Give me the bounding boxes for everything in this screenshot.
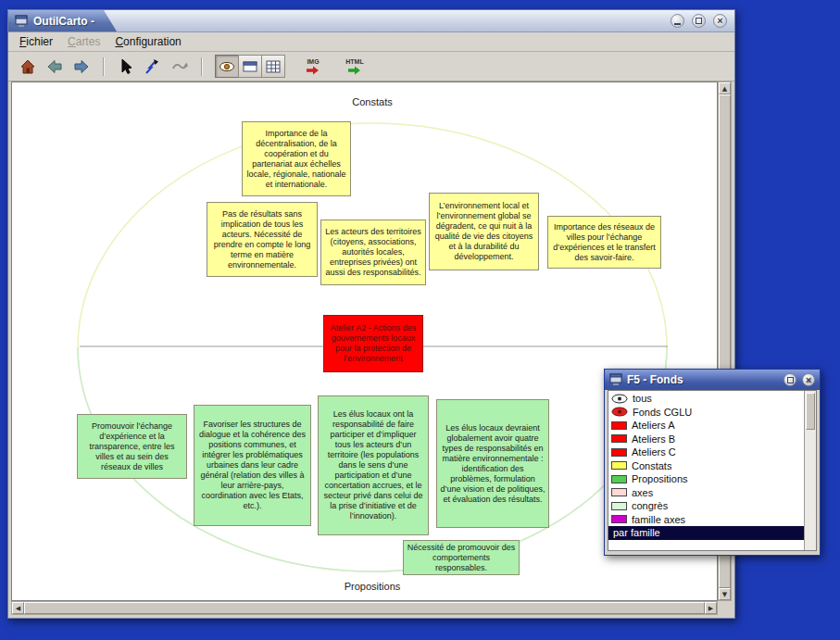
show-titles-toggle[interactable] xyxy=(238,55,262,78)
horizontal-scrollbar-thumb[interactable] xyxy=(24,602,705,614)
fonds-item-label: par famille xyxy=(613,527,660,538)
horizontal-scrollbar[interactable]: ◀ ▶ xyxy=(11,601,718,615)
main-titlebar[interactable]: OutilCarto - × xyxy=(8,10,734,32)
fonds-list: tous Fonds CGLU Ateliers A Ateliers B At… xyxy=(608,390,817,551)
fonds-item-label: Ateliers C xyxy=(632,446,676,458)
toolbar-separator xyxy=(201,57,203,76)
eye-icon-red xyxy=(611,407,628,417)
fonds-item-propositions[interactable]: Propositions xyxy=(608,472,804,486)
eye-icon xyxy=(611,394,628,404)
color-swatch xyxy=(611,475,627,483)
fonds-item-label: Constats xyxy=(632,460,671,471)
fonds-titlebar[interactable]: F5 - Fonds × xyxy=(605,370,820,390)
cursor-icon xyxy=(117,57,135,76)
view-toggle-group xyxy=(216,55,285,78)
link-tool-button[interactable] xyxy=(141,55,165,79)
fonds-shade-button[interactable] xyxy=(784,373,796,386)
home-button[interactable] xyxy=(16,55,40,79)
fonds-item-ateliers-a[interactable]: Ateliers A xyxy=(608,419,804,433)
fonds-scrollbar-thumb[interactable] xyxy=(806,393,815,430)
menu-bar: Fichier Cartes Configuration xyxy=(8,32,734,52)
close-icon: × xyxy=(806,375,811,385)
fonds-item-tous[interactable]: tous xyxy=(608,392,804,406)
proposition-note[interactable]: Nécessité de promouvoir des comportement… xyxy=(403,540,520,575)
color-swatch xyxy=(611,502,627,510)
fonds-item-label: tous xyxy=(633,393,652,404)
constat-note[interactable]: L’environnement local et l’environnement… xyxy=(429,193,539,270)
export-img-button[interactable]: IMG xyxy=(299,54,327,80)
fonds-item-label: Fonds CGLU xyxy=(633,407,692,418)
green-arrow-icon xyxy=(348,66,361,75)
show-notes-toggle[interactable] xyxy=(215,55,239,78)
window-title: OutilCarto - xyxy=(33,15,94,28)
title-tab: OutilCarto - xyxy=(8,10,117,31)
minimize-icon xyxy=(674,23,681,25)
maximize-icon xyxy=(696,18,702,24)
menu-cartes: Cartes xyxy=(68,35,100,48)
table-grid-icon xyxy=(264,57,282,76)
note-window-icon xyxy=(241,57,259,76)
forward-arrow-icon xyxy=(72,57,91,76)
proposition-note[interactable]: Les élus locaux devraient globalement av… xyxy=(436,399,549,528)
shade-icon xyxy=(787,377,794,383)
fonds-item-par-famille-selected[interactable]: par famille xyxy=(608,526,804,540)
zone-label-propositions: Propositions xyxy=(317,581,428,592)
select-tool-button[interactable] xyxy=(114,55,138,79)
color-swatch xyxy=(611,448,627,457)
constat-note[interactable]: Importance de la décentralisation, de la… xyxy=(242,121,351,196)
relink-tool-button[interactable] xyxy=(168,55,192,79)
fonds-scrollbar[interactable] xyxy=(804,391,816,550)
fonds-item-axes[interactable]: axes xyxy=(608,486,804,500)
proposition-note[interactable]: Favoriser les structures de dialogue et … xyxy=(194,405,311,526)
toolbar-separator xyxy=(103,57,105,76)
eye-icon xyxy=(218,57,236,76)
maximize-button[interactable] xyxy=(692,14,706,28)
fonds-item-constats[interactable]: Constats xyxy=(608,459,804,473)
fonds-item-ateliers-c[interactable]: Ateliers C xyxy=(608,445,804,459)
minimize-button[interactable] xyxy=(671,14,684,28)
fonds-rows: tous Fonds CGLU Ateliers A Ateliers B At… xyxy=(608,391,804,550)
fonds-window: F5 - Fonds × tous Fonds CGLU xyxy=(604,369,821,556)
export-img-label: IMG xyxy=(307,58,319,66)
link-pointer-icon xyxy=(144,57,162,76)
constat-note[interactable]: Les acteurs des territoires (citoyens, a… xyxy=(320,220,426,285)
color-swatch xyxy=(611,515,627,523)
fonds-close-button[interactable]: × xyxy=(802,373,815,386)
constat-note[interactable]: Importance des réseaux de villes pour l’… xyxy=(547,216,661,269)
fonds-item-label: Ateliers B xyxy=(632,433,675,445)
forward-button[interactable] xyxy=(69,55,94,79)
fonds-item-label: axes xyxy=(632,487,653,498)
proposition-note[interactable]: Promouvoir l’échange d’expérience et la … xyxy=(77,414,187,479)
back-arrow-icon xyxy=(45,57,64,76)
fonds-item-ateliers-b[interactable]: Ateliers B xyxy=(608,433,804,446)
proposition-note[interactable]: Les élus locaux ont la responsabilité de… xyxy=(318,395,429,535)
scrollbar-corner xyxy=(718,601,732,615)
fonds-item-famille-axes[interactable]: famille axes xyxy=(608,513,804,527)
desktop: { "desktop": { "bg_color": "#1c3ab5" }, … xyxy=(0,0,840,640)
export-html-label: HTML xyxy=(345,58,363,66)
color-swatch xyxy=(611,421,627,430)
scroll-left-button[interactable]: ◀ xyxy=(12,602,24,614)
fonds-item-congres[interactable]: congrès xyxy=(608,499,804,513)
loop-arrow-icon xyxy=(170,57,189,76)
toolbar: IMG HTML xyxy=(8,52,734,82)
fonds-item-label: congrès xyxy=(632,500,668,511)
fonds-window-icon xyxy=(609,373,622,386)
scroll-up-button[interactable]: ▲ xyxy=(719,82,731,94)
close-button[interactable]: × xyxy=(713,14,727,28)
export-html-button[interactable]: HTML xyxy=(341,54,369,80)
menu-fichier[interactable]: Fichier xyxy=(19,35,53,48)
constat-note[interactable]: Pas de résultats sans implication de tou… xyxy=(207,202,318,277)
fonds-item-label: Ateliers A xyxy=(632,420,674,431)
scroll-right-button[interactable]: ▶ xyxy=(705,602,717,614)
menu-configuration[interactable]: Configuration xyxy=(115,35,181,48)
center-node[interactable]: Atelier A2 - Actions des gouvernements l… xyxy=(323,315,423,372)
show-table-toggle[interactable] xyxy=(261,55,285,78)
scroll-down-button[interactable]: ▼ xyxy=(719,588,731,600)
fonds-item-label: Propositions xyxy=(632,473,688,484)
app-icon xyxy=(15,15,28,28)
home-icon xyxy=(19,57,37,76)
back-button[interactable] xyxy=(43,55,67,79)
color-swatch xyxy=(611,488,627,496)
fonds-item-fonds-cglu[interactable]: Fonds CGLU xyxy=(608,406,804,420)
